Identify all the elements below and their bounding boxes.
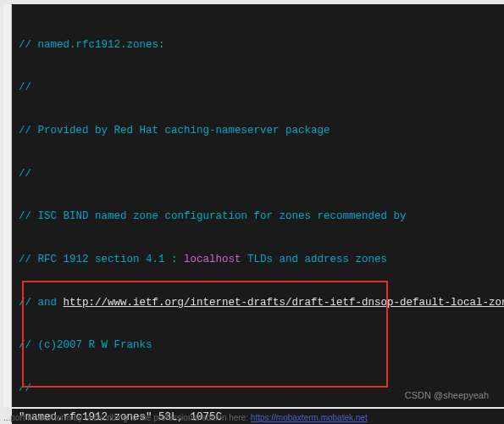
comment-line: // Provided by Red Hat caching-nameserve… [19, 125, 330, 137]
footer-prefix: ...port MobaXterm by subscribing to the … [3, 413, 251, 422]
comment-line: // [19, 382, 31, 394]
comment-line: // (c)2007 R W Franks [19, 339, 152, 351]
comment-line: // and [19, 297, 64, 309]
mobaxterm-link[interactable]: https://mobaxterm.mobatek.net [251, 413, 368, 422]
comment-line: // [19, 168, 31, 180]
mobaxterm-footer: ...port MobaXterm by subscribing to the … [0, 413, 368, 422]
comment-line: // named.rfc1912.zones: [19, 39, 165, 51]
left-gutter [3, 4, 12, 407]
comment-line: // ISC BIND named zone configuration for… [19, 210, 407, 222]
localhost-keyword: localhost [184, 254, 241, 265]
csdn-watermark: CSDN @sheepyeah [405, 390, 489, 400]
comment-line: // [19, 81, 31, 93]
comment-line: // RFC 1912 section 4.1 : [19, 254, 184, 265]
comment-line: TLDs and address zones [241, 254, 388, 265]
terminal-editor[interactable]: // named.rfc1912.zones: // // Provided b… [12, 4, 504, 407]
url-link[interactable]: http://www.ietf.org/internet-drafts/draf… [64, 297, 504, 309]
editor-wrap: // named.rfc1912.zones: // // Provided b… [3, 4, 504, 407]
